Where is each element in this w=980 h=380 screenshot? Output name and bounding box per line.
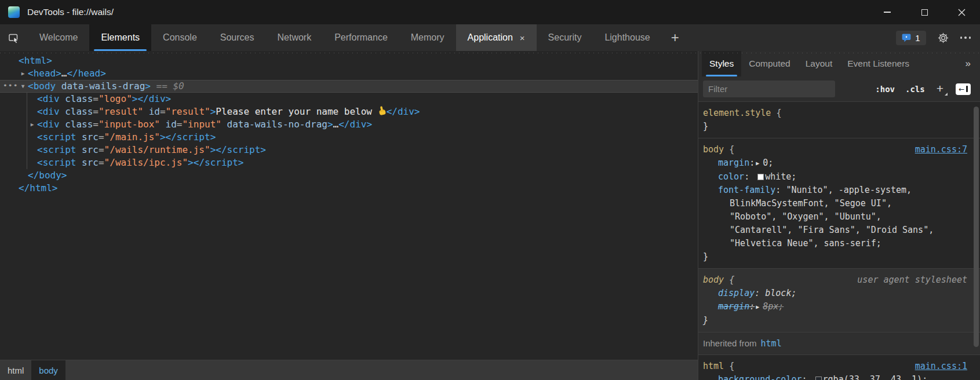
tab-label: Security [548,32,582,43]
element-classes-button[interactable]: .cls [905,85,925,94]
tab-elements[interactable]: Elements [89,24,151,51]
close-button[interactable] [943,0,980,24]
tab-styles[interactable]: Styles [702,51,741,76]
tab-application[interactable]: Application× [456,24,537,51]
tab-memory[interactable]: Memory [399,24,456,51]
css-property[interactable]: margin:▶8px; [703,300,967,314]
rule-selector[interactable]: element.style [703,108,771,118]
computed-sidebar-toggle-button[interactable]: ← [956,83,971,95]
styles-filter-input[interactable] [703,81,835,97]
rule-selector[interactable]: html [703,361,724,371]
maximize-button[interactable] [906,0,943,24]
dom-node[interactable]: <script src="/main.js"></script> [0,131,698,144]
property-value-wrapped: "Roboto", "Oxygen", "Ubuntu", [703,210,967,224]
token-tag: </html> [19,182,57,193]
close-tab-icon[interactable]: × [520,34,525,42]
tab-label: Memory [411,32,445,43]
toggle-pseudo-state-button[interactable]: :hov [875,85,895,94]
more-tabs-button[interactable]: + [662,24,688,51]
panel-tabs: WelcomeElementsConsoleSourcesNetworkPerf… [28,24,662,51]
css-property[interactable]: font-family: "Nunito", -apple-system, [703,184,967,197]
tab-lighthouse[interactable]: Lighthouse [593,24,661,51]
property-colon: : [749,301,755,312]
breadcrumb-item-body[interactable]: body [31,360,65,380]
property-value: block; [765,288,796,298]
row-menu-dots-icon[interactable]: ••• [3,79,18,92]
dom-node[interactable]: ▶<div class="input-box" id="input" data-… [0,118,698,131]
chevron-expanded-icon[interactable]: ▼ [19,80,27,93]
window-title: DevTools - file://wails/ [27,7,114,17]
tab-label: Elements [101,32,140,43]
inspect-element-button[interactable] [0,24,28,51]
token-attr: class [60,119,93,130]
tab-welcome[interactable]: Welcome [28,24,89,51]
stylesheet-link[interactable]: main.css:7 [915,143,967,156]
token-tag: </head> [67,68,105,79]
rule-selector[interactable]: body [703,275,724,285]
color-swatch[interactable] [815,377,822,380]
dom-node[interactable]: <div class="logo"></div> [0,93,698,105]
tab-layout[interactable]: Layout [798,51,840,76]
issues-counter-button[interactable]: 1 [896,31,926,45]
tab-label: Performance [334,32,388,43]
tab-label: Console [163,32,197,43]
tab-computed[interactable]: Computed [741,51,798,76]
property-colon: : [755,288,760,298]
inherited-from-band: Inherited fromhtml [698,332,980,355]
property-value-wrapped: "Helvetica Neue", sans-serif; [703,237,967,250]
inherited-target-link[interactable]: html [761,338,782,349]
stylesheet-link[interactable]: main.css:1 [915,360,967,373]
shorthand-expand-icon[interactable]: ▶ [756,156,759,170]
tab-sources[interactable]: Sources [209,24,266,51]
property-name: color [718,171,744,182]
settings-button[interactable] [938,32,949,43]
plus-icon: + [671,30,679,46]
css-property[interactable]: background-color: rgba(33, 37, 43, 1); [703,373,967,380]
tab-performance[interactable]: Performance [323,24,399,51]
dom-tree: <html>▶<head>…</head>•••▼<body data-wail… [0,51,698,360]
token-text: … [333,119,339,130]
token-eq: = [99,157,104,168]
css-property[interactable]: margin:▶0; [703,156,967,170]
new-style-rule-button[interactable]: + [937,82,945,96]
tab-security[interactable]: Security [537,24,593,51]
token-attr: src [76,144,99,155]
tab-console[interactable]: Console [151,24,209,51]
scrollbar-thumb[interactable] [974,107,979,347]
dom-node[interactable]: </body> [0,169,698,182]
token-text: … [61,68,67,79]
token-str: "/wails/ipc.js" [104,157,188,168]
css-property[interactable]: display: block; [703,287,967,300]
overflow-tabs-button[interactable]: » [966,51,980,76]
chevron-collapsed-icon[interactable]: ▶ [19,67,27,80]
tab-network[interactable]: Network [266,24,323,51]
dom-node[interactable]: <div class="result" id="result">Please e… [0,105,698,118]
token-eq: = [99,131,104,142]
dom-node[interactable]: •••▼<body data-wails-drag> == $0 [0,80,698,93]
rule-header: element.style { [703,107,967,120]
breadcrumb-item-html[interactable]: html [0,360,31,380]
dom-node[interactable]: <script src="/wails/runtime.js"></script… [0,144,698,156]
property-value-wrapped: "Cantarell", "Fira Sans", "Droid Sans", [703,224,967,237]
rule-selector[interactable]: body [703,144,724,155]
dom-node[interactable]: <html> [0,54,698,67]
more-options-button[interactable] [960,36,971,39]
token-eq: = [99,144,104,155]
issues-bubble-icon [902,33,911,42]
css-property[interactable]: color: white; [703,170,967,184]
toolbar-right-icons: 1 [896,24,980,51]
minimize-button[interactable] [869,0,906,24]
chevron-collapsed-icon[interactable]: ▶ [28,118,36,131]
property-value: white; [765,171,796,182]
token-eq: = [93,106,99,117]
token-str: "logo" [99,93,132,104]
color-swatch[interactable] [757,174,764,180]
app-icon [8,6,20,18]
panel-bar-icon [966,86,968,92]
tab-event-listeners[interactable]: Event Listeners [840,51,917,76]
indent-guide [27,93,27,169]
dom-node[interactable]: </html> [0,182,698,195]
shorthand-expand-icon[interactable]: ▶ [756,300,759,313]
dom-node[interactable]: ▶<head>…</head> [0,67,698,80]
dom-node[interactable]: <script src="/wails/ipc.js"></script> [0,156,698,169]
